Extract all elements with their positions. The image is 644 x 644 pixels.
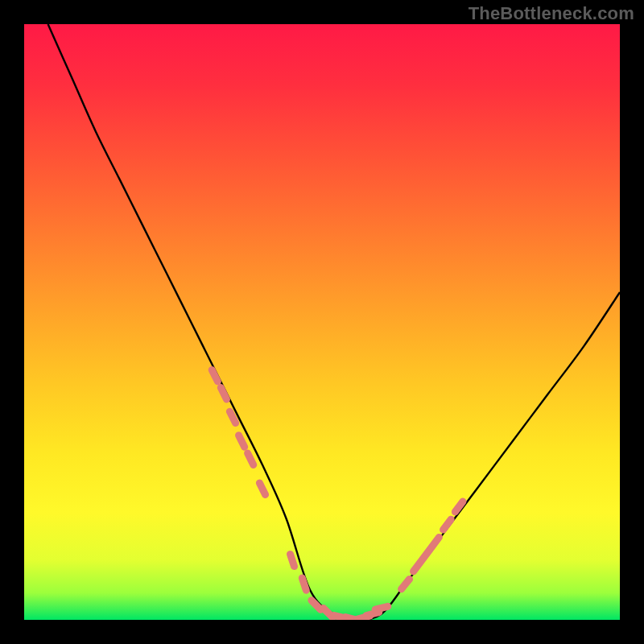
highlight-dash — [366, 613, 379, 616]
highlight-dash — [291, 554, 295, 566]
bottleneck-chart — [0, 0, 644, 644]
highlight-dash — [375, 606, 388, 609]
watermark-text: TheBottleneck.com — [469, 3, 634, 24]
chart-stage: TheBottleneck.com — [0, 0, 644, 644]
highlight-dash — [302, 578, 306, 590]
gradient-background — [24, 24, 620, 620]
